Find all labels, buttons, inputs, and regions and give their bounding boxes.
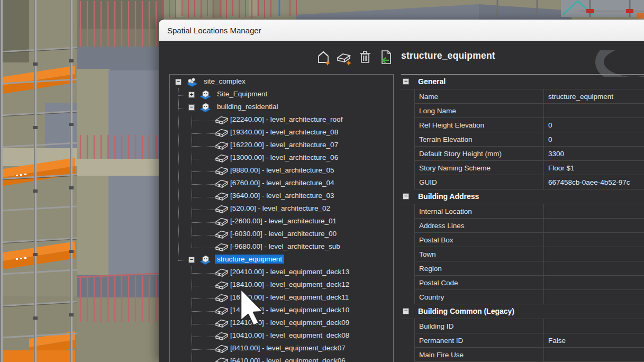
property-value[interactable]: False (544, 333, 644, 347)
add-story-icon (336, 49, 353, 68)
delete-button[interactable] (357, 49, 374, 68)
tree-item--9880-00-level-architecture-05[interactable]: [9880.00] - level_architecture_05 (170, 165, 393, 177)
dialog-titlebar[interactable]: Spatial Locations Manager (159, 20, 644, 41)
collapse-icon[interactable]: − (403, 78, 409, 85)
tree-item-label: [18410.00] - level_equipment_deck12 (230, 280, 349, 288)
tree-item-site-equipment[interactable]: +Site_Equipment (170, 88, 393, 101)
property-row-long-name: Long Name (414, 104, 644, 118)
tree-item-label: [-6030.00] - level_architecture_00 (230, 230, 337, 238)
building-icon (199, 90, 212, 99)
collapse-icon[interactable]: − (403, 308, 409, 314)
level-icon (215, 115, 228, 125)
section-header-building-address: −Building Address (401, 189, 644, 204)
building-icon (199, 103, 212, 112)
property-label: Main Fire Use (415, 348, 544, 361)
tree-guide (192, 121, 215, 121)
collapse-icon[interactable]: − (175, 79, 182, 85)
import-button[interactable] (377, 49, 394, 68)
collapse-icon[interactable]: − (188, 257, 195, 263)
tree-item-label: structure_equipment (215, 255, 284, 264)
tree-item-label: [13000.00] - level_architecture_06 (230, 153, 338, 161)
tree-guide (192, 286, 215, 286)
level-icon (215, 331, 228, 341)
property-value[interactable] (544, 104, 644, 117)
tree-item--2600-00-level-architecture-01[interactable]: [-2600.00] - level_architecture_01 (170, 215, 393, 228)
property-value[interactable] (544, 276, 644, 289)
tree-item-building-residential[interactable]: −building_residential (170, 101, 393, 114)
property-value[interactable] (544, 290, 644, 304)
tree-item--22240-00-level-architecture-roof[interactable]: [22240.00] - level_architecture_roof (170, 114, 393, 126)
locations-tree-panel: −site_complex+Site_Equipment−building_re… (169, 74, 394, 362)
property-value[interactable]: 0 (544, 118, 644, 132)
property-label: Postal Code (415, 276, 544, 289)
property-value[interactable] (544, 204, 644, 218)
tree-item--12410-00-level-equipment-deck09[interactable]: [12410.00] - level_equipment_deck09 (170, 317, 393, 330)
add-building-button[interactable] (315, 49, 332, 68)
tree-guide (192, 159, 215, 159)
property-value[interactable] (544, 348, 644, 361)
tree-item-label: [20410.00] - level_equipment_deck13 (230, 268, 349, 276)
tree-item--14410-00-level-equipment-deck10[interactable]: [14410.00] - level_equipment_deck10 (170, 304, 393, 317)
property-value[interactable] (544, 319, 644, 333)
property-value[interactable] (544, 233, 644, 247)
tree-guide (192, 133, 215, 134)
tree-item--9680-00-level-architecture-sub[interactable]: [-9680.00] - level_architecture_sub (170, 241, 393, 254)
tree-item-structure-equipment[interactable]: −structure_equipment (170, 254, 393, 266)
tree-item-label: [9880.00] - level_architecture_05 (230, 166, 334, 174)
add-story-button[interactable] (336, 49, 353, 68)
toolbar (315, 49, 394, 68)
tree-guide (192, 324, 215, 324)
level-icon (215, 293, 228, 303)
tree-item--16220-00-level-architecture-07[interactable]: [16220.00] - level_architecture_07 (170, 139, 393, 152)
tree-item--19340-00-level-architecture-08[interactable]: [19340.00] - level_architecture_08 (170, 126, 393, 139)
delete-icon (358, 49, 373, 68)
tree-guide (192, 114, 192, 248)
expand-icon[interactable]: + (188, 92, 195, 98)
tree-guide (192, 248, 215, 248)
collapse-icon[interactable]: − (188, 104, 195, 111)
property-value[interactable]: Floor $1 (544, 161, 644, 175)
tree-item--8410-00-level-equipment-deck07[interactable]: [8410.00] - level_equipment_deck07 (170, 342, 393, 355)
property-row-postal-box: Postal Box (414, 233, 644, 247)
tree-guide (178, 95, 188, 96)
tree-guide (192, 210, 215, 210)
tree-guide (178, 108, 188, 108)
property-value[interactable]: structure_equipment (544, 89, 644, 103)
tree-item-label: Site_Equipment (217, 90, 267, 98)
tree-item--3640-00-level-architecture-03[interactable]: [3640.00] - level_architecture_03 (170, 190, 393, 203)
property-label: Address Lines (415, 219, 544, 232)
property-row-terrain-elevation: Terrain Elevation0 (414, 132, 644, 147)
tree-item-site-complex[interactable]: −site_complex (170, 76, 393, 88)
property-row-town: Town (414, 247, 644, 261)
tree-item-label: [-9680.00] - level_architecture_sub (230, 242, 340, 250)
level-icon (215, 344, 228, 354)
property-label: Permanent ID (415, 333, 544, 347)
level-icon (215, 166, 228, 176)
collapse-icon[interactable]: − (403, 193, 409, 200)
property-value[interactable]: 667458cb-0aee-4b52-97c (544, 175, 644, 189)
tree-item--6410-00-level-equipment-deck06[interactable]: [6410.00] - level_equipment_deck06 (170, 355, 393, 362)
tree-item--6760-00-level-architecture-04[interactable]: [6760.00] - level_architecture_04 (170, 177, 393, 190)
tree-item--6030-00-level-architecture-00[interactable]: [-6030.00] - level_architecture_00 (170, 228, 393, 241)
level-icon (215, 242, 228, 252)
property-label: Postal Box (415, 233, 544, 247)
property-value[interactable]: 3300 (544, 147, 644, 160)
property-value[interactable]: 0 (544, 132, 644, 146)
tree-guide (192, 337, 215, 337)
tree-item--18410-00-level-equipment-deck12[interactable]: [18410.00] - level_equipment_deck12 (170, 279, 393, 292)
property-value[interactable] (544, 247, 644, 261)
tree-item--13000-00-level-architecture-06[interactable]: [13000.00] - level_architecture_06 (170, 152, 393, 165)
property-value[interactable] (544, 261, 644, 275)
tree-guide (192, 311, 215, 312)
property-value[interactable] (544, 219, 644, 232)
property-label: Terrain Elevation (415, 132, 544, 146)
tree-item--520-00-level-architecture-02[interactable]: [520.00] - level_architecture_02 (170, 203, 393, 215)
property-row-default-story-height-mm-: Default Story Height (mm)3300 (414, 147, 644, 161)
tree-item-label: [3640.00] - level_architecture_03 (230, 192, 334, 200)
tree-item-label: [19340.00] - level_architecture_08 (230, 128, 338, 136)
tree-item--16410-00-level-equipment-deck11[interactable]: [16410.00] - level_equipment_deck11 (170, 292, 393, 304)
tree-item--10410-00-level-equipment-deck08[interactable]: [10410.00] - level_equipment_deck08 (170, 330, 393, 342)
property-label: GUID (415, 175, 544, 189)
tree-item--20410-00-level-equipment-deck13[interactable]: [20410.00] - level_equipment_deck13 (170, 266, 393, 279)
tree-guide (192, 222, 215, 223)
